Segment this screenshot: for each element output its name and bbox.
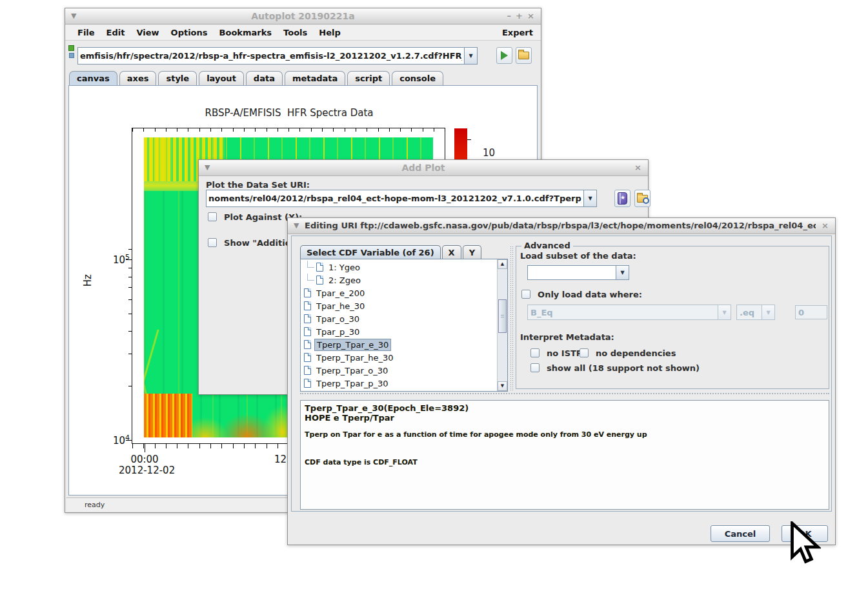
menu-options[interactable]: Options	[165, 26, 214, 39]
tree-connector	[307, 274, 314, 281]
description-line-2: HOPE e Tperp/Tpar	[305, 413, 825, 423]
menu-view[interactable]: View	[130, 26, 165, 39]
tab-axes[interactable]: axes	[119, 71, 157, 85]
tab-data[interactable]: data	[246, 71, 283, 85]
close-icon[interactable]: ×	[822, 221, 829, 230]
y-tick-label-1e4: 104	[94, 434, 130, 446]
menu-file[interactable]: File	[72, 26, 101, 39]
editing-titlebar[interactable]: ▼ Editing URI ftp://cdaweb.gsfc.nasa.gov…	[288, 218, 835, 234]
file-icon	[304, 327, 311, 336]
tree-item[interactable]: 1: Ygeo	[301, 261, 496, 274]
plot-go-button[interactable]	[496, 47, 512, 64]
plot-title: RBSP-A/EMFISIS HFR Spectra Data	[128, 107, 450, 119]
tab-script[interactable]: script	[347, 71, 390, 85]
description-line-4: CDF data type is CDF_FLOAT	[305, 458, 825, 466]
menu-bookmarks[interactable]: Bookmarks	[214, 26, 278, 39]
where-value-field[interactable]: 0	[795, 305, 827, 319]
menu-bar: File Edit View Options Bookmarks Tools H…	[65, 25, 541, 41]
tab-y[interactable]: Y	[463, 245, 481, 259]
description-line-3: Tperp on Tpar for e as a function of tim…	[305, 430, 825, 439]
menu-help[interactable]: Help	[313, 26, 346, 39]
combo-dropdown-icon[interactable]: ▼	[718, 305, 731, 319]
tab-style[interactable]: style	[158, 71, 197, 85]
scroll-up-icon[interactable]: ▲	[498, 259, 507, 269]
x-tick-label-12: 12	[274, 454, 287, 465]
menu-tools[interactable]: Tools	[278, 26, 313, 39]
no-istp-checkbox[interactable]	[530, 348, 540, 357]
subset-combobox[interactable]: ▼	[527, 265, 629, 280]
tab-layout[interactable]: layout	[199, 71, 244, 85]
uri-dropdown-icon[interactable]: ▼	[464, 48, 477, 64]
file-icon	[316, 263, 323, 272]
tree-item[interactable]: Tpar_he_30	[301, 299, 496, 312]
addplot-uri-input[interactable]	[207, 194, 583, 203]
scroll-down-icon[interactable]: ▼	[498, 381, 507, 391]
file-browse-button[interactable]	[516, 47, 532, 64]
maximize-button[interactable]: +	[516, 11, 523, 21]
file-icon	[316, 275, 323, 285]
main-uri-input[interactable]	[78, 51, 464, 61]
tab-console[interactable]: console	[392, 71, 443, 85]
uri-dropdown-icon[interactable]: ▼	[583, 190, 596, 206]
x-tick-date-label: 2012-12-02	[119, 465, 196, 476]
no-dependencies-checkbox[interactable]	[580, 348, 589, 357]
tree-item[interactable]: Tperp_Tpar_p_30	[301, 377, 496, 390]
cdf-variable-tree: 1: Ygeo 2: Zgeo Tpar_e_200 Tpar_he_30 Tp…	[300, 259, 508, 392]
colorbar-label: 10	[483, 147, 495, 159]
x-axis-top-ticks	[132, 128, 445, 132]
menu-expert[interactable]: Expert	[496, 26, 541, 39]
file-icon	[304, 301, 311, 310]
tree-item-selected[interactable]: Tperp_Tpar_e_30	[301, 338, 496, 351]
tree-item[interactable]: 2: Zgeo	[301, 274, 496, 286]
window-shade-icon[interactable]: ▼	[294, 221, 299, 230]
tree-connector	[307, 261, 314, 268]
show-additional-checkbox[interactable]	[208, 238, 217, 247]
file-icon	[304, 366, 311, 375]
description-line-1: Tperp_Tpar_e_30(Epoch_Ele=3892)	[305, 403, 825, 413]
tree-item[interactable]: Tperp_Tpar_o_30	[301, 364, 496, 377]
combo-dropdown-icon[interactable]: ▼	[616, 266, 629, 279]
status-text: ready	[85, 501, 105, 509]
tab-x[interactable]: X	[442, 245, 461, 259]
only-load-row: Only load data where:	[521, 288, 642, 300]
file-icon	[304, 314, 311, 323]
where-op-combobox[interactable]: .eq ▼	[736, 305, 775, 320]
editing-uri-dialog: ▼ Editing URI ftp://cdaweb.gsfc.nasa.gov…	[287, 217, 836, 545]
bookmark-button[interactable]	[614, 190, 631, 207]
menu-edit[interactable]: Edit	[101, 26, 131, 39]
cancel-button[interactable]: Cancel	[711, 525, 770, 542]
combo-dropdown-icon[interactable]: ▼	[762, 305, 774, 319]
main-titlebar[interactable]: ▼ Autoplot 20190221a – + ×	[65, 8, 541, 25]
interpret-metadata-label: Interpret Metadata:	[520, 332, 614, 342]
addplot-title: Add Plot	[199, 163, 648, 173]
tab-select-cdf-variable[interactable]: Select CDF Variable (of 26)	[300, 245, 441, 259]
where-param-combobox[interactable]: B_Eq ▼	[527, 305, 731, 320]
tab-metadata[interactable]: metadata	[285, 71, 345, 85]
file-icon	[304, 288, 311, 297]
tree-item[interactable]: Tperp_Tpar_he_30	[301, 351, 496, 364]
minimize-button[interactable]: –	[507, 11, 512, 21]
tree-item[interactable]: Tpar_o_30	[301, 312, 496, 325]
subset-input[interactable]	[528, 268, 616, 277]
no-dependencies-label: no dependencies	[596, 348, 676, 358]
addplot-titlebar[interactable]: ▼ Add Plot ×	[199, 160, 648, 176]
tree-scrollbar[interactable]: ▲ ▼	[497, 259, 507, 391]
load-subset-label: Load subset of the data:	[520, 251, 636, 261]
tree-item[interactable]: Tpar_e_200	[301, 286, 496, 299]
tab-canvas[interactable]: canvas	[69, 71, 117, 85]
only-load-checkbox[interactable]	[521, 290, 530, 299]
only-load-label: Only load data where:	[538, 290, 642, 299]
show-all-checkbox[interactable]	[530, 363, 540, 372]
addplot-uri-combobox: ▼	[206, 190, 597, 207]
file-browse-button[interactable]	[634, 190, 651, 207]
scrollbar-thumb[interactable]	[498, 299, 507, 333]
plot-against-checkbox[interactable]	[208, 212, 217, 221]
close-icon[interactable]: ×	[634, 163, 641, 172]
horizontal-divider	[300, 393, 829, 395]
uri-label: Plot the Data Set URI:	[206, 180, 310, 190]
bookmark-book-icon	[618, 192, 627, 205]
editing-dialog-title: Editing URI ftp://cdaweb.gsfc.nasa.gov/p…	[305, 221, 816, 230]
tree-item[interactable]: Tpar_p_30	[301, 325, 496, 338]
close-button[interactable]: ×	[527, 11, 534, 21]
splitter-handle[interactable]	[510, 246, 514, 392]
